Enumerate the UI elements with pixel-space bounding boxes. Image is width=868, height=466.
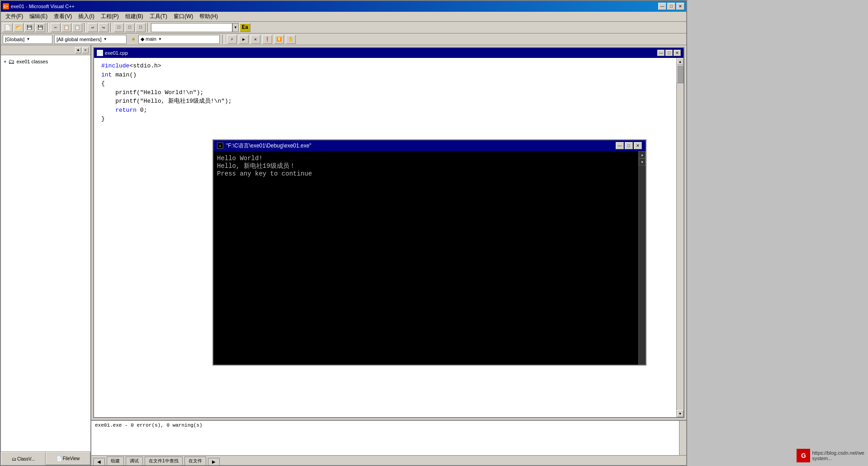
debug-btn5[interactable]: ⏬ [274,35,284,44]
sep4 [147,23,149,32]
debug-btn3[interactable]: ✕ [250,35,260,44]
cmd-scroll-up[interactable]: ▲ [639,151,646,158]
output-tab-debug[interactable]: 调试 [126,456,143,465]
cmd-window: ▪ "F:\C语言\exe01\Debug\exe01.exe" — □ ✕ H… [212,139,646,366]
cmd-line-1: Hello World! [217,155,635,162]
output-panel: exe01.exe - 0 error(s), 0 warning(s) ◀ 组… [91,420,686,465]
cmd-line-2: Hello, 新电社19级成员！ [217,162,635,170]
members-arrow: ▼ [104,37,107,41]
cmd-maximize-button[interactable]: □ [625,142,633,149]
members-dropdown[interactable]: [All global members] ▼ [54,35,127,44]
cmd-title: "F:\C语言\exe01\Debug\exe01.exe" [226,142,311,150]
code-line-2: int main() [101,71,669,80]
watermark-url: https://blog.csdn.net/we [812,450,864,456]
code-window-title: 📄 exe01.cpp — □ ✕ [94,48,684,58]
cmd-scrollbar[interactable]: ▲ ▼ [638,151,646,365]
menu-project[interactable]: 工程(P) [98,12,122,21]
left-panel-tabs: 🗂 ClassV... 📄 FileView [1,452,90,465]
toolbar-debug: [Globals] ▼ [All global members] ▼ ◆ ◆ m… [1,33,686,45]
minimize-button[interactable]: — [658,3,666,10]
new-file-button[interactable]: 📄 [3,23,13,32]
save-all-button[interactable]: 💾 [35,23,45,32]
output-text: exe01.exe - 0 error(s), 0 warning(s) [95,423,675,428]
maximize-button[interactable]: □ [667,3,675,10]
panel-close-btn[interactable]: ✕ [82,47,89,53]
globals-arrow: ▼ [26,37,30,41]
tab-fileview[interactable]: 📄 FileView [46,452,90,465]
scroll-down-arrow[interactable]: ▼ [677,410,684,417]
menu-help[interactable]: 帮助(H) [197,12,221,21]
search-button[interactable]: □ [136,23,146,32]
main-arrow: ▼ [158,37,162,41]
output-tab-next[interactable]: ▶ [208,458,220,465]
code-file-name: exe01.cpp [105,50,128,56]
globals-dropdown[interactable]: [Globals] ▼ [3,35,52,44]
output-scrollbar[interactable] [679,421,686,455]
debug-btn4[interactable]: ❗ [262,35,272,44]
cmd-minimize-button[interactable]: — [616,142,624,149]
menu-bar: 文件(F) 编辑(E) 查看(V) 插入(I) 工程(P) 组建(B) 工具(T… [1,12,686,22]
output-tab-find2[interactable]: 在文件 [184,456,206,465]
menu-insert[interactable]: 插入(I) [75,12,97,21]
tab-classview-icon: 🗂 [12,456,16,461]
method-icon: ◆ [128,35,138,44]
window-title: exe01 - Microsoft Visual C++ [11,4,75,9]
menu-build[interactable]: 组建(B) [123,12,146,21]
menu-tools[interactable]: 工具(T) [147,12,170,21]
debug-btn6[interactable]: ✋ [286,35,296,44]
tree-item-label: exe01 classes [16,59,48,64]
tree-item-exe01[interactable]: + 🗂 exe01 classes [3,57,89,66]
scroll-thumb[interactable] [677,65,684,83]
search-dropdown-arrow[interactable]: ▼ [232,23,239,32]
tab-classview[interactable]: 🗂 ClassV... [1,452,46,465]
tab-fileview-label: FileView [63,456,80,461]
code-line-1: #include<stdio.h> [101,62,669,71]
menu-edit[interactable]: 编辑(E) [27,12,50,21]
output-tab-build-label[interactable]: 组建 [107,456,124,465]
output-button[interactable]: □ [125,23,135,32]
members-label: [All global members] [57,37,102,42]
file-tree: + 🗂 exe01 classes [1,55,90,452]
output-tabs: ◀ 组建 调试 在文件1中查找 在文件 ▶ [91,455,686,465]
panel-resize-btn[interactable]: ◆ [75,47,81,53]
code-win-close[interactable]: ✕ [674,50,681,56]
paste-button[interactable]: 📋 [72,23,82,32]
debug-btn1[interactable]: ⚡ [227,35,237,44]
tree-expand-icon: + [4,59,6,64]
menu-view[interactable]: 查看(V) [51,12,75,21]
output-tab-find1[interactable]: 在文件1中查找 [145,456,183,465]
menu-window[interactable]: 窗口(W) [171,12,196,21]
watermark-suffix: system... [812,456,864,461]
cmd-icon: ▪ [217,143,223,149]
search-dropdown[interactable] [151,23,232,32]
cut-button[interactable]: ✂ [51,23,61,32]
close-button[interactable]: ✕ [676,3,684,10]
title-bar-buttons: — □ ✕ [658,3,684,10]
main-dropdown[interactable]: ◆ main ▼ [138,35,220,44]
open-file-button[interactable]: 📂 [14,23,24,32]
copy-button[interactable]: 📋 [61,23,71,32]
menu-file[interactable]: 文件(F) [3,12,26,21]
watermark-area: G https://blog.csdn.net/we system... [687,0,868,466]
code-window-buttons: — □ ✕ [657,50,681,56]
toolbar-area: 📄 📂 💾 💾 ✂ 📋 📋 ↩ ↪ □ □ □ ▼ Ea [1,22,686,45]
toolbar-main: 📄 📂 💾 💾 ✂ 📋 📋 ↩ ↪ □ □ □ ▼ Ea [1,22,686,33]
scroll-up-arrow[interactable]: ▲ [677,58,684,65]
workspace-button[interactable]: □ [114,23,124,32]
cmd-title-buttons: — □ ✕ [616,142,642,149]
title-bar: C+ exe01 - Microsoft Visual C++ — □ ✕ [1,1,686,12]
undo-button[interactable]: ↩ [88,23,98,32]
scroll-track [677,65,684,410]
code-scrollbar[interactable]: ▲ ▼ [676,58,684,417]
code-win-maximize[interactable]: □ [665,50,673,56]
cmd-scroll-down[interactable]: ▼ [639,158,646,166]
code-win-minimize[interactable]: — [657,50,665,56]
debug-btn2[interactable]: ▶ [239,35,249,44]
cmd-close-button[interactable]: ✕ [634,142,642,149]
main-label: ◆ main [141,36,156,42]
save-button[interactable]: 💾 [24,23,34,32]
redo-button[interactable]: ↪ [99,23,108,32]
find-button[interactable]: Ea [240,23,250,32]
output-tab-build[interactable]: ◀ [93,458,105,465]
left-panel: ◆ ✕ + 🗂 exe01 classes 🗂 ClassV... 📄 File… [1,45,91,465]
